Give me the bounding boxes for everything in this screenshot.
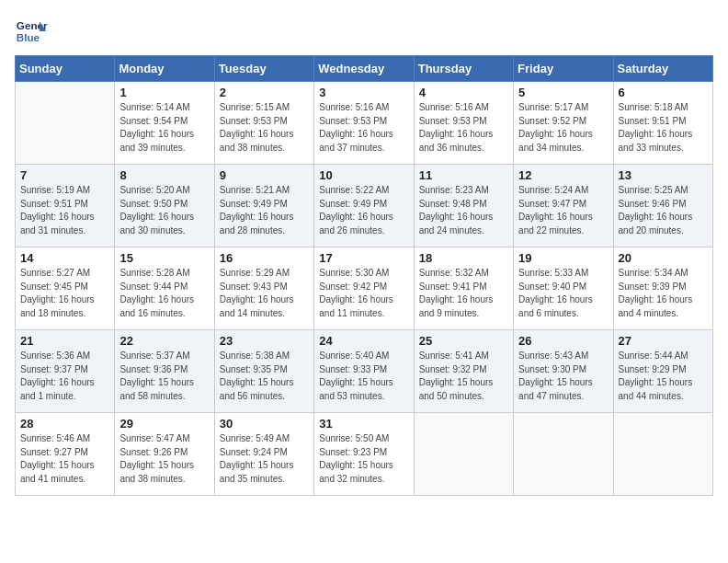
calendar-cell: 24Sunrise: 5:40 AMSunset: 9:33 PMDayligh… (314, 330, 414, 413)
day-number: 24 (319, 334, 408, 348)
calendar-cell: 2Sunrise: 5:15 AMSunset: 9:53 PMDaylight… (214, 82, 313, 165)
weekday-header-saturday: Saturday (613, 56, 712, 82)
day-info: Sunrise: 5:34 AMSunset: 9:39 PMDaylight:… (619, 267, 708, 320)
day-info: Sunrise: 5:28 AMSunset: 9:44 PMDaylight:… (119, 267, 209, 320)
calendar-cell (514, 413, 613, 496)
day-number: 21 (20, 334, 109, 348)
day-number: 1 (119, 86, 209, 99)
weekday-header-monday: Monday (115, 56, 214, 82)
day-info: Sunrise: 5:29 AMSunset: 9:43 PMDaylight:… (220, 267, 309, 320)
day-info: Sunrise: 5:22 AMSunset: 9:49 PMDaylight:… (319, 184, 408, 237)
calendar-cell: 8Sunrise: 5:20 AMSunset: 9:50 PMDaylight… (115, 165, 214, 247)
day-info: Sunrise: 5:46 AMSunset: 9:27 PMDaylight:… (20, 432, 109, 486)
day-info: Sunrise: 5:17 AMSunset: 9:52 PMDaylight:… (518, 101, 608, 155)
day-info: Sunrise: 5:15 AMSunset: 9:53 PMDaylight:… (220, 101, 309, 155)
logo-icon: General Blue (15, 15, 48, 48)
day-number: 4 (419, 86, 508, 99)
day-number: 11 (419, 168, 508, 182)
calendar-cell: 31Sunrise: 5:50 AMSunset: 9:23 PMDayligh… (314, 413, 414, 496)
calendar-cell: 7Sunrise: 5:19 AMSunset: 9:51 PMDaylight… (16, 165, 115, 247)
calendar-cell (613, 413, 712, 496)
day-number: 17 (319, 251, 408, 265)
weekday-header-friday: Friday (514, 56, 613, 82)
day-number: 18 (419, 251, 508, 265)
weekday-header-wednesday: Wednesday (314, 56, 414, 82)
calendar-cell: 26Sunrise: 5:43 AMSunset: 9:30 PMDayligh… (514, 330, 613, 413)
day-info: Sunrise: 5:20 AMSunset: 9:50 PMDaylight:… (119, 184, 209, 237)
calendar-cell: 18Sunrise: 5:32 AMSunset: 9:41 PMDayligh… (414, 247, 513, 330)
calendar-cell: 22Sunrise: 5:37 AMSunset: 9:36 PMDayligh… (115, 330, 214, 413)
calendar-cell: 11Sunrise: 5:23 AMSunset: 9:48 PMDayligh… (414, 165, 513, 247)
day-info: Sunrise: 5:38 AMSunset: 9:35 PMDaylight:… (220, 350, 309, 403)
day-number: 23 (220, 334, 309, 348)
day-info: Sunrise: 5:36 AMSunset: 9:37 PMDaylight:… (20, 350, 109, 403)
day-number: 30 (220, 417, 309, 431)
day-info: Sunrise: 5:19 AMSunset: 9:51 PMDaylight:… (20, 184, 109, 237)
day-number: 5 (518, 86, 608, 99)
day-number: 8 (119, 168, 209, 182)
day-number: 19 (518, 251, 608, 265)
day-info: Sunrise: 5:21 AMSunset: 9:49 PMDaylight:… (220, 184, 309, 237)
day-info: Sunrise: 5:18 AMSunset: 9:51 PMDaylight:… (619, 101, 708, 155)
calendar-cell: 3Sunrise: 5:16 AMSunset: 9:53 PMDaylight… (314, 82, 414, 165)
calendar-header-row: SundayMondayTuesdayWednesdayThursdayFrid… (16, 56, 713, 82)
day-info: Sunrise: 5:16 AMSunset: 9:53 PMDaylight:… (319, 101, 408, 155)
calendar-cell: 29Sunrise: 5:47 AMSunset: 9:26 PMDayligh… (115, 413, 214, 496)
day-info: Sunrise: 5:44 AMSunset: 9:29 PMDaylight:… (619, 350, 708, 403)
calendar-cell: 25Sunrise: 5:41 AMSunset: 9:32 PMDayligh… (414, 330, 513, 413)
page-header: General Blue (15, 15, 713, 48)
day-number: 13 (619, 168, 708, 182)
day-number: 15 (119, 251, 209, 265)
logo: General Blue (15, 15, 50, 48)
calendar-cell: 5Sunrise: 5:17 AMSunset: 9:52 PMDaylight… (514, 82, 613, 165)
day-info: Sunrise: 5:47 AMSunset: 9:26 PMDaylight:… (119, 432, 209, 486)
calendar-week-row: 1Sunrise: 5:14 AMSunset: 9:54 PMDaylight… (16, 82, 713, 165)
weekday-header-sunday: Sunday (16, 56, 115, 82)
svg-text:Blue: Blue (17, 31, 40, 43)
day-info: Sunrise: 5:43 AMSunset: 9:30 PMDaylight:… (518, 350, 608, 403)
calendar-cell: 17Sunrise: 5:30 AMSunset: 9:42 PMDayligh… (314, 247, 414, 330)
day-number: 27 (619, 334, 708, 348)
day-info: Sunrise: 5:49 AMSunset: 9:24 PMDaylight:… (220, 432, 309, 486)
day-info: Sunrise: 5:37 AMSunset: 9:36 PMDaylight:… (119, 350, 209, 403)
day-info: Sunrise: 5:27 AMSunset: 9:45 PMDaylight:… (20, 267, 109, 320)
day-info: Sunrise: 5:23 AMSunset: 9:48 PMDaylight:… (419, 184, 508, 237)
calendar-cell: 21Sunrise: 5:36 AMSunset: 9:37 PMDayligh… (16, 330, 115, 413)
calendar-cell: 20Sunrise: 5:34 AMSunset: 9:39 PMDayligh… (613, 247, 712, 330)
day-info: Sunrise: 5:24 AMSunset: 9:47 PMDaylight:… (518, 184, 608, 237)
day-number: 20 (619, 251, 708, 265)
calendar-cell: 4Sunrise: 5:16 AMSunset: 9:53 PMDaylight… (414, 82, 513, 165)
calendar-cell: 27Sunrise: 5:44 AMSunset: 9:29 PMDayligh… (613, 330, 712, 413)
day-info: Sunrise: 5:32 AMSunset: 9:41 PMDaylight:… (419, 267, 508, 320)
day-info: Sunrise: 5:30 AMSunset: 9:42 PMDaylight:… (319, 267, 408, 320)
calendar-week-row: 21Sunrise: 5:36 AMSunset: 9:37 PMDayligh… (16, 330, 713, 413)
calendar-cell: 9Sunrise: 5:21 AMSunset: 9:49 PMDaylight… (214, 165, 313, 247)
day-number: 9 (220, 168, 309, 182)
day-number: 14 (20, 251, 109, 265)
day-number: 25 (419, 334, 508, 348)
calendar-cell: 12Sunrise: 5:24 AMSunset: 9:47 PMDayligh… (514, 165, 613, 247)
day-number: 2 (220, 86, 309, 99)
day-number: 29 (119, 417, 209, 431)
calendar-week-row: 14Sunrise: 5:27 AMSunset: 9:45 PMDayligh… (16, 247, 713, 330)
day-number: 31 (319, 417, 408, 431)
day-info: Sunrise: 5:33 AMSunset: 9:40 PMDaylight:… (518, 267, 608, 320)
day-info: Sunrise: 5:40 AMSunset: 9:33 PMDaylight:… (319, 350, 408, 403)
calendar: SundayMondayTuesdayWednesdayThursdayFrid… (15, 55, 713, 496)
calendar-cell (16, 82, 115, 165)
calendar-cell: 14Sunrise: 5:27 AMSunset: 9:45 PMDayligh… (16, 247, 115, 330)
weekday-header-tuesday: Tuesday (214, 56, 313, 82)
day-number: 26 (518, 334, 608, 348)
calendar-cell: 28Sunrise: 5:46 AMSunset: 9:27 PMDayligh… (16, 413, 115, 496)
calendar-cell: 16Sunrise: 5:29 AMSunset: 9:43 PMDayligh… (214, 247, 313, 330)
weekday-header-thursday: Thursday (414, 56, 513, 82)
calendar-week-row: 28Sunrise: 5:46 AMSunset: 9:27 PMDayligh… (16, 413, 713, 496)
calendar-cell: 1Sunrise: 5:14 AMSunset: 9:54 PMDaylight… (115, 82, 214, 165)
day-number: 16 (220, 251, 309, 265)
day-number: 6 (619, 86, 708, 99)
calendar-cell: 15Sunrise: 5:28 AMSunset: 9:44 PMDayligh… (115, 247, 214, 330)
calendar-cell (414, 413, 513, 496)
day-number: 22 (119, 334, 209, 348)
day-number: 7 (20, 168, 109, 182)
day-info: Sunrise: 5:50 AMSunset: 9:23 PMDaylight:… (319, 432, 408, 486)
